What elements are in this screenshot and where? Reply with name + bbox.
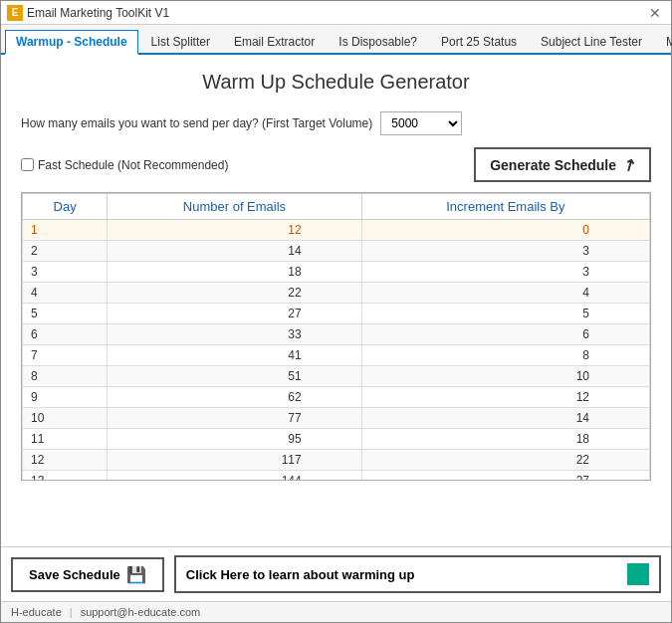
cell-emails-5: 33 — [108, 324, 362, 345]
cell-increment-4: 5 — [361, 304, 649, 324]
cell-emails-11: 117 — [108, 450, 362, 471]
cell-day-12: 13 — [23, 471, 108, 482]
cell-increment-7: 10 — [361, 366, 649, 387]
cell-day-2: 3 — [23, 262, 108, 283]
config-row: How many emails you want to send per day… — [21, 111, 651, 135]
cell-day-4: 5 — [23, 304, 108, 324]
table-row: 7418 — [23, 345, 650, 366]
generate-schedule-button[interactable]: Generate Schedule ↗ — [474, 147, 651, 182]
title-bar: E Email Marketing ToolKit V1 ✕ — [1, 1, 671, 25]
cell-increment-8: 12 — [361, 387, 649, 408]
table-row: 1314427 — [23, 471, 650, 482]
cell-day-6: 7 — [23, 345, 108, 366]
footer-company: H-educate — [11, 606, 62, 618]
col-day: Day — [23, 194, 108, 220]
cell-increment-3: 4 — [361, 283, 649, 304]
tab-bar: Warmup - Schedule List Splitter Email Ex… — [1, 25, 671, 55]
tab-subject-line-tester[interactable]: Subject Line Tester — [530, 30, 653, 53]
cell-emails-10: 95 — [108, 429, 362, 450]
table-row: 6336 — [23, 324, 650, 345]
cell-emails-0: 12 — [108, 220, 362, 241]
footer: H-educate | support@h-educate.com — [1, 601, 671, 622]
tab-warmup-schedule[interactable]: Warmup - Schedule — [5, 30, 138, 55]
cell-emails-3: 22 — [108, 283, 362, 304]
save-icon: 💾 — [126, 565, 146, 584]
table-row: 1211722 — [23, 450, 650, 471]
config-label: How many emails you want to send per day… — [21, 116, 372, 130]
cell-day-0: 1 — [23, 220, 108, 241]
cell-day-8: 9 — [23, 387, 108, 408]
cell-increment-1: 3 — [361, 241, 649, 262]
cell-emails-8: 62 — [108, 387, 362, 408]
cell-increment-2: 3 — [361, 262, 649, 283]
table-row: 3183 — [23, 262, 650, 283]
warmup-icon — [627, 563, 649, 585]
table-row: 1120 — [23, 220, 650, 241]
tab-more-tools[interactable]: More Tools — [655, 30, 672, 53]
title-bar-left: E Email Marketing ToolKit V1 — [7, 5, 169, 21]
cell-increment-0: 0 — [361, 220, 649, 241]
cell-day-1: 2 — [23, 241, 108, 262]
tab-email-extractor[interactable]: Email Extractor — [223, 30, 326, 53]
cell-increment-10: 18 — [361, 429, 649, 450]
cell-increment-5: 6 — [361, 324, 649, 345]
schedule-tbody: 1120214331834224527563367418851109621210… — [23, 220, 650, 482]
bottom-bar: Save Schedule 💾 Click Here to learn abou… — [1, 546, 671, 601]
cell-increment-6: 8 — [361, 345, 649, 366]
cell-day-10: 11 — [23, 429, 108, 450]
tab-list-splitter[interactable]: List Splitter — [140, 30, 221, 53]
trend-up-icon: ↗ — [618, 153, 639, 176]
cell-day-9: 10 — [23, 408, 108, 429]
cell-emails-9: 77 — [108, 408, 362, 429]
table-row: 2143 — [23, 241, 650, 262]
target-volume-select[interactable]: 5000 1000 2000 10000 — [380, 111, 462, 135]
cell-day-3: 4 — [23, 283, 108, 304]
schedule-table: Day Number of Emails Increment Emails By… — [22, 193, 650, 481]
cell-emails-6: 41 — [108, 345, 362, 366]
col-emails: Number of Emails — [108, 194, 362, 220]
table-row: 5275 — [23, 304, 650, 324]
cell-emails-2: 18 — [108, 262, 362, 283]
tab-is-disposable[interactable]: Is Disposable? — [328, 30, 428, 53]
table-header-row: Day Number of Emails Increment Emails By — [23, 194, 650, 220]
cell-increment-12: 27 — [361, 471, 649, 482]
close-button[interactable]: ✕ — [645, 4, 665, 22]
cell-increment-9: 14 — [361, 408, 649, 429]
fast-schedule-checkbox[interactable] — [21, 158, 34, 171]
table-row: 96212 — [23, 387, 650, 408]
table-row: 119518 — [23, 429, 650, 450]
tab-port-25-status[interactable]: Port 25 Status — [430, 30, 528, 53]
footer-email: support@h-educate.com — [81, 606, 201, 618]
cell-emails-4: 27 — [108, 304, 362, 324]
learn-warmup-button[interactable]: Click Here to learn about warming up — [174, 555, 661, 593]
cell-day-5: 6 — [23, 324, 108, 345]
main-content: Warm Up Schedule Generator How many emai… — [1, 55, 671, 546]
cell-emails-7: 51 — [108, 366, 362, 387]
table-row: 85110 — [23, 366, 650, 387]
footer-separator: | — [70, 606, 73, 618]
fast-schedule-row: Fast Schedule (Not Recommended) Generate… — [21, 147, 651, 182]
save-schedule-button[interactable]: Save Schedule 💾 — [11, 557, 164, 592]
col-increment: Increment Emails By — [361, 194, 649, 220]
cell-day-11: 12 — [23, 450, 108, 471]
cell-day-7: 8 — [23, 366, 108, 387]
app-title: Email Marketing ToolKit V1 — [27, 6, 169, 20]
app-icon: E — [7, 5, 23, 21]
cell-emails-1: 14 — [108, 241, 362, 262]
page-title: Warm Up Schedule Generator — [21, 71, 651, 94]
cell-increment-11: 22 — [361, 450, 649, 471]
cell-emails-12: 144 — [108, 471, 362, 482]
table-row: 4224 — [23, 283, 650, 304]
schedule-table-container[interactable]: Day Number of Emails Increment Emails By… — [21, 192, 651, 481]
table-row: 107714 — [23, 408, 650, 429]
fast-schedule-label[interactable]: Fast Schedule (Not Recommended) — [21, 158, 228, 172]
